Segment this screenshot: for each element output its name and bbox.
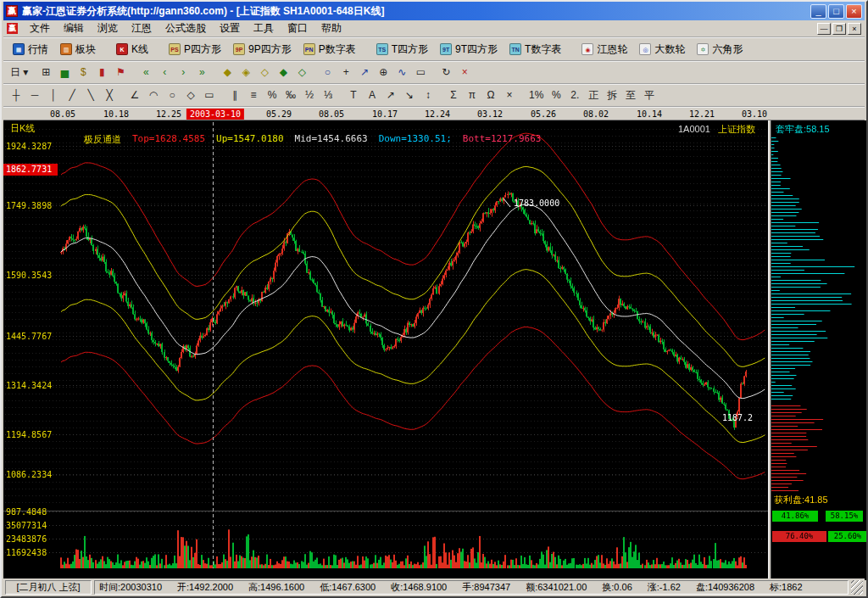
rising-trendline-tool[interactable]: ╱ [63, 87, 81, 104]
two-decimal-tool[interactable]: 2. [565, 87, 584, 104]
circle-tool-button[interactable]: ○ [318, 64, 337, 81]
text-note-tool[interactable]: T [344, 87, 363, 104]
gann-square-tool-button[interactable]: ◆ [218, 64, 236, 81]
region-select-button[interactable]: ▭ [411, 64, 430, 81]
resize-grip[interactable] [851, 580, 863, 595]
chip-stat-row-2: 76.40% 25.60% [772, 531, 867, 542]
half-division-tool[interactable]: ½ [300, 87, 319, 104]
window-close-button[interactable]: × [846, 4, 862, 19]
mdi-restore-button[interactable]: ❐ [832, 23, 846, 35]
percent-grid-tool[interactable]: % [547, 87, 565, 104]
angle-line-tool[interactable]: ∠ [125, 87, 144, 104]
wave-tool-button[interactable]: ∿ [392, 64, 411, 81]
arrow-down-marker-tool[interactable]: ↘ [400, 87, 419, 104]
pi-cycle-tool[interactable]: π [463, 87, 481, 104]
mdi-minimize-button[interactable]: — [817, 23, 831, 35]
third-division-tool[interactable]: ⅓ [319, 87, 337, 104]
ping-tool[interactable]: 平 [640, 87, 659, 104]
price-axis-label: 1445.7767 [6, 332, 52, 341]
vertical-line-tool[interactable]: │ [44, 87, 63, 104]
quotes-button[interactable]: ▦ 行情 [7, 40, 54, 59]
circle-draw-tool[interactable]: ○ [163, 87, 181, 104]
p-square-button[interactable]: PS P四方形 [163, 40, 227, 59]
tools-menu[interactable]: 工具 [247, 20, 281, 37]
file-menu[interactable]: 文件 [23, 20, 57, 37]
falling-trendline-tool[interactable]: ╲ [81, 87, 100, 104]
kline-button[interactable]: K K线 [110, 40, 154, 59]
formula-stock-picking-menu[interactable]: 公式选股 [159, 20, 213, 37]
symbol-code: 1A0001 [678, 124, 710, 134]
hexagon-button[interactable]: ✡ 六角形 [691, 40, 748, 59]
t-number-table-button[interactable]: TN T数字表 [504, 40, 567, 59]
mdi-close-button[interactable]: × [848, 23, 861, 35]
big-number-wheel-button[interactable]: ◎ 大数轮 [633, 40, 691, 59]
flag-marker-button[interactable]: ⚑ [111, 64, 130, 81]
label-tool[interactable]: A [363, 87, 381, 104]
cross-line-tool[interactable]: ┼ [7, 87, 25, 104]
refresh-button[interactable]: ↻ [437, 64, 455, 81]
p-number-table-button[interactable]: PN P数字表 [298, 40, 362, 59]
zoom-in-button[interactable]: ⊕ [374, 64, 392, 81]
one-percent-grid-tool[interactable]: 1% [526, 87, 547, 104]
currency-view-button[interactable]: $ [74, 64, 92, 81]
parallel-channel-tool[interactable]: ∥ [225, 87, 244, 104]
volume-hands-field: 手:8947347 [462, 581, 510, 594]
window-minimize-button[interactable]: _ [810, 4, 826, 19]
price-axis-label: 1924.3287 [6, 142, 52, 151]
gann-cycle-tool-button[interactable]: ◇ [292, 64, 311, 81]
edit-menu[interactable]: 编辑 [57, 20, 91, 37]
arrow-up-marker-tool[interactable]: ↗ [381, 87, 400, 104]
gann-grid-tool-button[interactable]: ◇ [255, 64, 274, 81]
zheng-tool[interactable]: 正 [584, 87, 603, 104]
date-tick: 10.18 [103, 109, 129, 119]
zhi-tool[interactable]: 至 [621, 87, 640, 104]
delete-drawing-tool[interactable]: × [500, 87, 519, 104]
fib-retracement-tool[interactable]: ≡ [244, 87, 263, 104]
trendline-tool-button[interactable]: ↗ [355, 64, 374, 81]
window-menu[interactable]: 窗口 [281, 20, 314, 37]
rectangle-draw-tool[interactable]: ▭ [200, 87, 219, 104]
toolbar-main-button-label: P四方形 [184, 42, 221, 57]
toolbar-main-button-label: 9P四方形 [248, 42, 292, 57]
symbol-name: 上证指数 [718, 124, 755, 134]
candlestick-chart-canvas[interactable] [3, 120, 768, 580]
tile-windows-button[interactable]: ⊞ [36, 64, 55, 81]
bar-chart-view-button[interactable]: ▅ [55, 64, 74, 81]
period-day-dropdown[interactable]: 日 ▾ [7, 64, 31, 81]
arc-tool[interactable]: ◠ [144, 87, 163, 104]
sectors-button[interactable]: ▥ 板块 [54, 40, 102, 59]
window-maximize-button[interactable]: □ [828, 4, 844, 19]
gann-fan-tool-button[interactable]: ◈ [236, 64, 255, 81]
settings-menu[interactable]: 设置 [213, 20, 247, 37]
prev-bar-button[interactable]: ‹ [155, 64, 174, 81]
status-fields-panel: 时间:20030310 开:1492.2000 高:1496.1600 低:14… [94, 580, 849, 595]
horizontal-line-tool[interactable]: ─ [25, 87, 44, 104]
diamond-draw-tool[interactable]: ◇ [181, 87, 200, 104]
sum-tool[interactable]: Σ [444, 87, 463, 104]
gann-box-tool-button[interactable]: ◆ [274, 64, 292, 81]
gann-wheel-button[interactable]: ◉ 江恩轮 [576, 40, 633, 59]
volume-axis-label: 11692438 [6, 548, 47, 557]
help-menu[interactable]: 帮助 [314, 20, 348, 37]
toolbar-main: ▦ 行情 ▥ 板块 K K线 PS P四方形 9P 9P四方形 [3, 37, 865, 61]
crosshair-tool-button[interactable]: + [337, 64, 355, 81]
permille-line-tool[interactable]: ‰ [281, 87, 300, 104]
percent-line-tool[interactable]: % [263, 87, 281, 104]
chai-tool[interactable]: 拆 [603, 87, 621, 104]
first-page-button[interactable]: « [136, 64, 155, 81]
toolbar-main-button-icon: PN [303, 43, 315, 55]
last-page-button[interactable]: » [192, 64, 211, 81]
toolbar-main-button-icon: 9P [233, 43, 245, 55]
next-bar-button[interactable]: › [174, 64, 192, 81]
omega-tool[interactable]: Ω [481, 87, 500, 104]
range-marker-tool[interactable]: ↕ [419, 87, 437, 104]
t-square-button[interactable]: TS T四方形 [370, 40, 434, 59]
gann-menu[interactable]: 江恩 [125, 20, 159, 37]
browse-menu[interactable]: 浏览 [91, 20, 125, 37]
9t-square-button[interactable]: 9T 9T四方形 [434, 40, 504, 59]
9p-square-button[interactable]: 9P 9P四方形 [227, 40, 298, 59]
erase-button[interactable]: × [455, 64, 474, 81]
cross-trendline-tool[interactable]: ╳ [100, 87, 119, 104]
candle-style-button[interactable]: ▮ [92, 64, 111, 81]
date-axis[interactable]: 08.05 10.18 12.25 05.29 08.05 10.17 12.2… [3, 107, 865, 120]
